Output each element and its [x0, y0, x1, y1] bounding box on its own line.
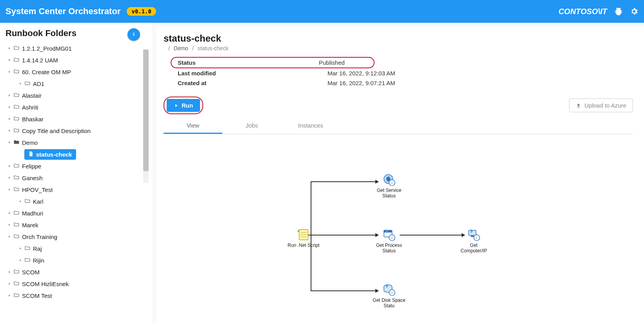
chevron-right-icon[interactable] — [5, 58, 13, 62]
created-label: Created at — [178, 80, 327, 86]
chevron-down-icon[interactable] — [5, 141, 13, 144]
main-area: status-check / Demo / status-check Statu… — [152, 23, 644, 323]
folder-item[interactable]: Karl — [5, 195, 149, 207]
chevron-right-icon[interactable] — [5, 129, 13, 133]
chevron-right-icon[interactable] — [16, 246, 24, 250]
chevron-right-icon[interactable] — [16, 199, 24, 203]
folder-item[interactable]: 1.4.14.2 UAM — [5, 54, 149, 66]
folder-label: 60. Create OM MP — [22, 69, 71, 75]
user-name: CONTOSO\IT — [558, 7, 607, 16]
chevron-right-icon[interactable] — [5, 188, 13, 192]
chevron-right-icon[interactable] — [5, 211, 13, 215]
folder-item[interactable]: Orch Training — [5, 231, 149, 243]
tab-instances[interactable]: Instances — [281, 118, 340, 134]
folder-item[interactable]: Madhuri — [5, 207, 149, 219]
folder-item[interactable]: SCOM HizliEsnek — [5, 278, 149, 290]
chevron-right-icon[interactable] — [5, 235, 13, 239]
connector — [311, 290, 375, 291]
bug-icon[interactable] — [614, 7, 623, 16]
created-value: Mar 16, 2022, 9:07:21 AM — [327, 80, 395, 86]
chevron-right-icon[interactable] — [5, 117, 13, 121]
chevron-right-icon[interactable] — [16, 82, 24, 86]
node-get-service-status[interactable]: i Get Service Status — [371, 173, 407, 199]
folder-item[interactable]: AD1 — [5, 78, 149, 89]
run-button[interactable]: Run — [167, 99, 200, 112]
chevron-right-icon[interactable] — [5, 294, 13, 297]
runbook-file-item[interactable]: status-check — [5, 148, 149, 160]
tab-view[interactable]: View — [164, 118, 222, 134]
upload-button[interactable]: Upload to Azure — [569, 99, 633, 112]
folder-item[interactable]: 1.2.1.2_ProdMG01 — [5, 42, 149, 54]
folder-item[interactable]: Raj — [5, 243, 149, 254]
connector — [400, 235, 462, 235]
chevron-right-icon[interactable] — [5, 105, 13, 109]
node-label: Get Process Status — [371, 243, 407, 254]
folder-icon — [13, 68, 22, 76]
folder-item[interactable]: SCOM Test — [5, 290, 149, 301]
collapse-sidebar-button[interactable] — [127, 28, 140, 41]
folder-label: Ganesh — [22, 175, 43, 181]
folder-item[interactable]: Demo — [5, 137, 149, 148]
workflow-diagram[interactable]: Run .Net Script i Get Service Status i G… — [164, 142, 633, 315]
tab-jobs[interactable]: Jobs — [222, 118, 281, 134]
run-highlight: Run — [164, 97, 203, 114]
connector — [311, 181, 375, 182]
chevron-right-icon[interactable] — [5, 70, 13, 74]
folder-icon — [13, 186, 22, 193]
folder-item[interactable]: Bhaskar — [5, 113, 149, 125]
node-label: Run .Net Script — [286, 243, 321, 248]
svg-text:i: i — [391, 235, 393, 240]
svg-text:i: i — [476, 235, 477, 240]
folder-label: Karl — [33, 198, 44, 205]
folder-item[interactable]: HPOV_Test — [5, 184, 149, 195]
folder-item[interactable]: Alastair — [5, 89, 149, 101]
folder-icon — [13, 57, 22, 64]
folder-item[interactable]: Marek — [5, 219, 149, 231]
scrollbar-thumb[interactable] — [143, 49, 149, 171]
node-get-computer-ip[interactable]: i Get Computer/IP — [456, 228, 491, 254]
folder-item[interactable]: Ashriti — [5, 101, 149, 113]
folder-tree: 1.2.1.2_ProdMG011.4.14.2 UAM60. Create O… — [5, 42, 149, 301]
chevron-right-icon[interactable] — [5, 223, 13, 227]
chevron-right-icon[interactable] — [16, 258, 24, 262]
chevron-right-icon[interactable] — [5, 282, 13, 286]
folder-icon — [13, 139, 22, 146]
folder-label: Copy Title and Description — [22, 128, 91, 134]
folder-item[interactable]: SCOM — [5, 266, 149, 278]
folder-icon — [13, 127, 22, 135]
chevron-double-icon — [131, 32, 136, 37]
folder-item[interactable]: Copy Title and Description — [5, 125, 149, 137]
file-icon — [28, 151, 36, 158]
folder-label: Felippe — [22, 163, 41, 170]
folder-item[interactable]: 60. Create OM MP — [5, 66, 149, 78]
gear-icon[interactable] — [630, 7, 639, 16]
folder-icon — [13, 45, 22, 52]
folder-item[interactable]: Ganesh — [5, 172, 149, 184]
folder-item[interactable]: Rijin — [5, 254, 149, 266]
product-title: System Center Orchestrator — [5, 6, 120, 16]
node-run-net-script[interactable]: Run .Net Script — [286, 228, 321, 248]
chevron-right-icon[interactable] — [5, 270, 13, 274]
chevron-right-icon[interactable] — [5, 46, 13, 50]
folder-icon — [13, 104, 22, 111]
folder-icon — [13, 115, 22, 123]
breadcrumb-current: status-check — [198, 45, 229, 51]
chevron-right-icon[interactable] — [5, 164, 13, 168]
folder-label: Ashriti — [22, 104, 38, 111]
svg-text:i: i — [391, 181, 393, 185]
folder-label: Demo — [22, 139, 38, 146]
scrollbar[interactable] — [143, 49, 149, 183]
chevron-right-icon[interactable] — [5, 176, 13, 180]
node-get-process-status[interactable]: i Get Process Status — [371, 228, 407, 254]
folder-icon — [24, 245, 33, 252]
folder-icon — [13, 92, 22, 99]
folder-label: 1.2.1.2_ProdMG01 — [22, 45, 72, 52]
folder-label: Orch Training — [22, 234, 57, 240]
run-label: Run — [182, 102, 193, 109]
version-badge: v0.1.0 — [127, 7, 156, 16]
node-get-disk-space[interactable]: i Get Disk Space Statu — [371, 283, 407, 308]
breadcrumb-parent[interactable]: Demo — [174, 45, 188, 51]
folder-item[interactable]: Felippe — [5, 160, 149, 172]
chevron-right-icon[interactable] — [5, 93, 13, 97]
folder-label: SCOM Test — [22, 292, 52, 299]
